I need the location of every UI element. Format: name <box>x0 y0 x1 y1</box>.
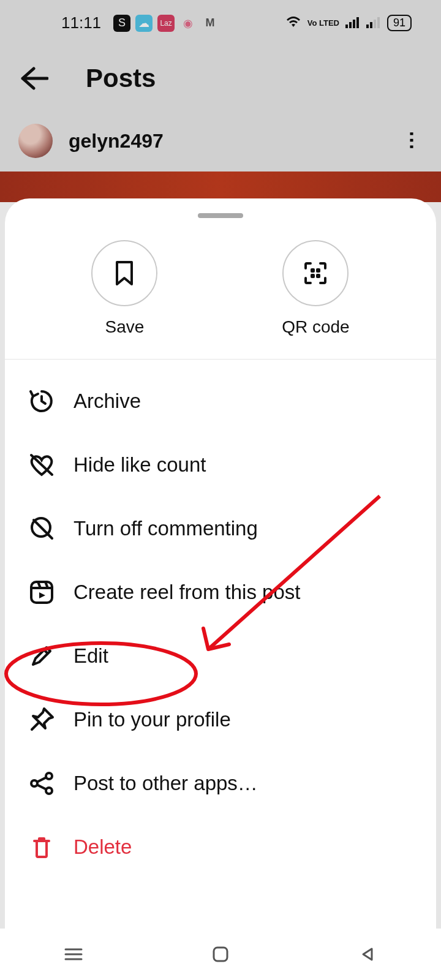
username[interactable]: gelyn2497 <box>69 130 164 153</box>
archive-icon <box>27 386 56 416</box>
svg-line-14 <box>34 520 48 535</box>
app-header: Posts <box>0 46 441 110</box>
edit-item[interactable]: Edit <box>5 624 436 688</box>
create-reel-label: Create reel from this post <box>74 581 300 604</box>
svg-rect-0 <box>345 24 348 28</box>
back-button[interactable] <box>18 63 49 94</box>
turn-off-commenting-item[interactable]: Turn off commenting <box>5 497 436 560</box>
svg-rect-10 <box>311 274 315 278</box>
back-nav-button[interactable] <box>355 942 380 967</box>
svg-rect-31 <box>214 948 227 961</box>
qrcode-icon-circle <box>282 240 349 306</box>
svg-rect-3 <box>356 17 359 28</box>
post-author-row: gelyn2497 ⋯ <box>0 110 441 172</box>
svg-rect-1 <box>349 22 352 28</box>
archive-item[interactable]: Archive <box>5 369 436 433</box>
svg-line-19 <box>44 650 48 654</box>
recents-button[interactable] <box>61 942 86 967</box>
system-navbar <box>0 929 441 980</box>
share-icon <box>27 769 56 798</box>
signal-icon-2 <box>366 16 381 31</box>
app-notif-icon: ☁ <box>135 15 153 32</box>
save-action[interactable]: Save <box>91 240 157 337</box>
bookmark-icon <box>111 260 138 287</box>
signal-icon <box>345 16 360 31</box>
heart-slash-icon <box>27 450 56 480</box>
svg-line-20 <box>32 722 39 729</box>
svg-rect-11 <box>316 274 320 278</box>
app-notif-icon: S <box>113 15 130 32</box>
hide-like-item[interactable]: Hide like count <box>5 433 436 497</box>
svg-rect-2 <box>353 20 355 28</box>
svg-rect-6 <box>374 20 376 28</box>
app-notif-icon: ◉ <box>179 15 197 32</box>
svg-rect-9 <box>316 268 320 273</box>
pin-item[interactable]: Pin to your profile <box>5 688 436 752</box>
qrcode-icon <box>302 260 329 287</box>
svg-rect-5 <box>370 22 372 28</box>
svg-line-25 <box>37 785 47 790</box>
avatar[interactable] <box>18 124 53 158</box>
svg-rect-7 <box>377 17 380 28</box>
turn-off-commenting-label: Turn off commenting <box>74 517 258 540</box>
post-other-apps-item[interactable]: Post to other apps… <box>5 752 436 815</box>
save-label: Save <box>105 317 144 337</box>
trash-icon <box>27 832 56 862</box>
pin-icon <box>27 705 56 734</box>
create-reel-item[interactable]: Create reel from this post <box>5 560 436 624</box>
wifi-icon <box>285 16 301 31</box>
top-actions: Save QR code <box>5 218 436 359</box>
status-right: Vo LTED 91 <box>285 15 412 31</box>
action-sheet: Save QR code Archive <box>5 198 436 980</box>
page-title: Posts <box>86 64 156 93</box>
status-bar: 11:11 S ☁ Laz ◉ M Vo LTED 91 <box>0 0 441 46</box>
home-button[interactable] <box>208 942 233 967</box>
pencil-icon <box>27 641 56 671</box>
status-time: 11:11 <box>61 13 101 32</box>
delete-label: Delete <box>74 835 132 859</box>
pin-label: Pin to your profile <box>74 708 231 731</box>
comment-off-icon <box>27 514 56 543</box>
archive-label: Archive <box>74 390 141 413</box>
gmail-icon: M <box>202 15 219 32</box>
reel-icon <box>27 578 56 607</box>
svg-rect-8 <box>311 268 315 273</box>
delete-item[interactable]: Delete <box>5 815 436 879</box>
post-other-apps-label: Post to other apps… <box>74 772 258 795</box>
svg-rect-4 <box>366 24 369 28</box>
hide-like-label: Hide like count <box>74 453 206 477</box>
menu-list: Archive Hide like count Turn off comment… <box>5 360 436 889</box>
status-left: 11:11 S ☁ Laz ◉ M <box>61 13 219 32</box>
battery-icon: 91 <box>387 15 412 31</box>
post-image-fragment <box>0 172 441 202</box>
edit-label: Edit <box>74 644 108 668</box>
svg-line-24 <box>37 777 47 782</box>
app-notif-icon: Laz <box>157 15 175 32</box>
svg-rect-15 <box>31 582 52 603</box>
qrcode-label: QR code <box>282 317 350 337</box>
save-icon-circle <box>91 240 157 306</box>
volte-icon: Vo LTED <box>307 19 339 27</box>
qrcode-action[interactable]: QR code <box>282 240 350 337</box>
drag-handle[interactable] <box>198 213 243 218</box>
more-options-button[interactable]: ⋯ <box>401 130 424 151</box>
